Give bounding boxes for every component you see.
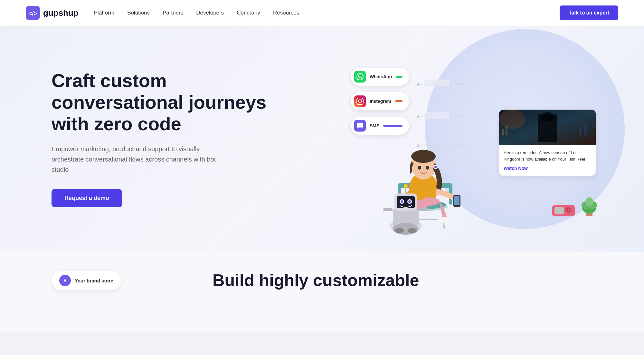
nav-item-company[interactable]: Company <box>237 10 260 16</box>
bottom-title: Build highly customizable <box>213 271 592 290</box>
svg-point-47 <box>408 200 411 203</box>
svg-point-51 <box>395 228 404 233</box>
logo[interactable]: </> gupshup <box>26 6 79 20</box>
svg-point-13 <box>541 112 554 121</box>
svg-point-59 <box>585 197 593 206</box>
channel-bubble-whatsapp: WhatsApp <box>351 68 409 86</box>
instagram-label: Instagram <box>370 99 391 104</box>
svg-point-64 <box>568 209 569 211</box>
instagram-bar <box>395 100 402 102</box>
film-reminder-text: Here's a reminder: A new season of Lost … <box>504 150 591 162</box>
badge-circle: B <box>59 275 71 286</box>
brand-store-badge: B Your brand store <box>52 271 121 290</box>
hero-right: WhatsApp Instagram SMS <box>354 48 605 229</box>
svg-rect-18 <box>584 124 587 135</box>
nav-link-platform[interactable]: Platform <box>94 10 114 16</box>
svg-point-30 <box>418 166 421 170</box>
nav-links: Platform Solutions Partners Developers C… <box>94 10 299 16</box>
nav-item-resources[interactable]: Resources <box>273 10 299 16</box>
instagram-icon <box>354 95 366 107</box>
navbar-left: </> gupshup Platform Solutions Partners … <box>26 6 299 20</box>
nav-link-company[interactable]: Company <box>237 10 260 16</box>
svg-rect-17 <box>580 127 581 135</box>
svg-point-52 <box>408 228 417 233</box>
nav-item-solutions[interactable]: Solutions <box>127 10 150 16</box>
nav-link-developers[interactable]: Developers <box>196 10 224 16</box>
svg-text:</>: </> <box>29 10 37 17</box>
hero-subtitle: Empower marketing, product and support t… <box>52 144 219 175</box>
svg-rect-39 <box>454 196 459 205</box>
hero-section: Craft custom conversational journeys wit… <box>0 26 644 251</box>
nav-link-solutions[interactable]: Solutions <box>127 10 150 16</box>
channel-bubbles: WhatsApp Instagram SMS <box>351 68 409 135</box>
nav-item-developers[interactable]: Developers <box>196 10 224 16</box>
svg-point-49 <box>404 184 408 188</box>
logo-text: gupshup <box>43 8 79 18</box>
whatsapp-icon <box>354 71 366 83</box>
bottom-section: B Your brand store Build highly customiz… <box>0 251 644 332</box>
bottom-left: B Your brand store <box>52 271 187 290</box>
svg-rect-15 <box>502 129 504 135</box>
hero-left: Craft custom conversational journeys wit… <box>52 70 270 207</box>
svg-rect-53 <box>419 208 428 211</box>
svg-rect-54 <box>383 208 393 211</box>
svg-rect-61 <box>554 207 564 214</box>
watch-now-link[interactable]: Watch Now <box>504 166 528 171</box>
hero-title: Craft custom conversational journeys wit… <box>52 70 270 134</box>
svg-point-66 <box>554 202 555 204</box>
channel-bubble-instagram: Instagram <box>351 92 409 110</box>
svg-point-35 <box>421 197 439 206</box>
sms-bar <box>383 125 402 127</box>
svg-point-33 <box>434 166 437 168</box>
whatsapp-label: WhatsApp <box>370 74 392 79</box>
svg-rect-43 <box>397 196 415 208</box>
nav-link-resources[interactable]: Resources <box>273 10 299 16</box>
sms-label: SMS <box>370 123 379 128</box>
film-card-body: Here's a reminder: A new season of Lost … <box>499 145 596 176</box>
navbar: </> gupshup Platform Solutions Partners … <box>0 0 644 26</box>
talk-to-expert-button[interactable]: Talk to an expert <box>560 5 618 20</box>
svg-point-3 <box>417 83 419 86</box>
svg-point-31 <box>426 166 429 170</box>
film-image <box>499 110 596 145</box>
decorative-plant <box>580 189 599 219</box>
svg-rect-16 <box>506 126 507 135</box>
film-reminder-card: Here's a reminder: A new season of Lost … <box>499 110 596 176</box>
nav-item-platform[interactable]: Platform <box>94 10 114 16</box>
decorative-radio <box>551 200 576 219</box>
logo-icon: </> <box>26 6 40 20</box>
svg-point-37 <box>438 217 451 223</box>
brand-store-label: Your brand store <box>75 278 113 283</box>
nav-link-partners[interactable]: Partners <box>163 10 183 16</box>
svg-point-46 <box>401 200 403 203</box>
channel-bubble-sms: SMS <box>351 117 409 135</box>
bottom-right: Build highly customizable <box>213 271 592 290</box>
sms-icon <box>354 120 366 132</box>
svg-point-14 <box>499 110 525 129</box>
svg-point-29 <box>411 150 436 163</box>
nav-item-partners[interactable]: Partners <box>163 10 183 16</box>
request-demo-button[interactable]: Request a demo <box>52 189 122 207</box>
whatsapp-bar <box>396 76 402 78</box>
